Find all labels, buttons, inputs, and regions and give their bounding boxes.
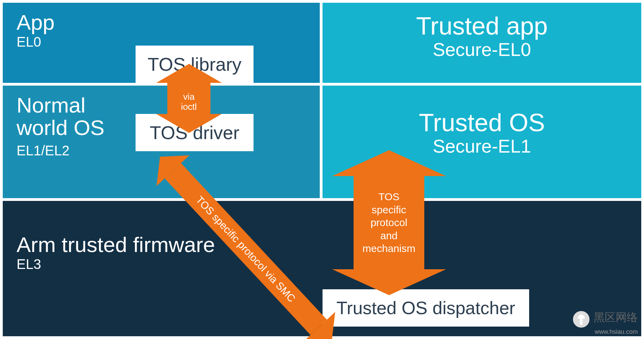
trustzone-diagram: App EL0 Normal world OS EL1/EL2 Trusted …: [0, 0, 644, 339]
app-title: App: [17, 11, 306, 33]
watermark-url: www.hsiau.com: [595, 328, 638, 335]
mushroom-icon: [573, 311, 589, 328]
trusted-app-el: Secure-EL0: [323, 39, 641, 60]
watermark-brand: 黑区网络: [594, 311, 638, 323]
watermark: 黑区网络 www.hsiau.com: [573, 310, 638, 336]
ioctl-arrow-label: via ioctl: [167, 92, 210, 112]
trusted-app-box: Trusted app Secure-EL0: [323, 3, 641, 83]
os-title-line1: Normal: [17, 94, 306, 116]
tos-mechanism-label: TOS specific protocol and mechanism: [363, 190, 415, 255]
trusted-app-title: Trusted app: [323, 13, 641, 39]
tos-mechanism-arrow-icon: TOS specific protocol and mechanism: [354, 176, 424, 269]
trusted-os-title: Trusted OS: [323, 110, 641, 136]
ioctl-arrow-icon: via ioctl: [167, 83, 210, 114]
